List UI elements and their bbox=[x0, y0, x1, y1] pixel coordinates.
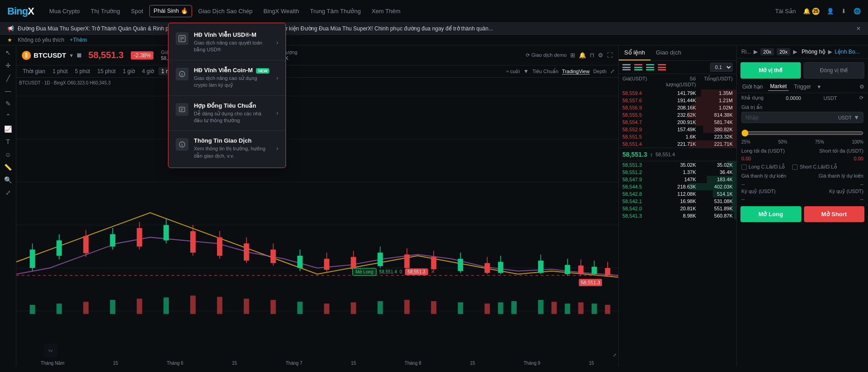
watchlist-add-button[interactable]: +Thêm bbox=[70, 37, 87, 43]
tp-settings-icon[interactable]: ⚙ bbox=[859, 84, 864, 90]
tp-refresh-icon[interactable]: ⟳ bbox=[859, 95, 863, 101]
nav-mua-crypto[interactable]: Mua Crypto bbox=[45, 5, 84, 17]
nav-trung-tam[interactable]: Trung Tâm Thưởng bbox=[306, 5, 365, 17]
ob-sell-row-4[interactable]: 58,554.7 200.91K 581.74K bbox=[619, 119, 736, 126]
ob-buy-row-6[interactable]: 58,542.0 20.81K 551.89K bbox=[619, 205, 736, 212]
ob-sell-row-5[interactable]: 58,552.9 157.49K 380.82K bbox=[619, 126, 736, 133]
tp-leverage2[interactable]: 20x bbox=[777, 48, 790, 55]
grid-icon[interactable]: ⊞ bbox=[570, 52, 575, 59]
close-order-btn[interactable]: ✕ bbox=[431, 269, 434, 274]
menu-item-tieu-chuan[interactable]: Hợp Đồng Tiêu Chuẩn Dễ dàng sử dụng cho … bbox=[168, 97, 286, 130]
fullscreen-icon[interactable]: ⛶ bbox=[607, 52, 613, 59]
ob-view-icon-2[interactable] bbox=[634, 64, 642, 70]
ob-sell-row-6[interactable]: 58,551.5 1.6K 223.32K bbox=[619, 133, 736, 140]
emoji-tool[interactable]: ☺ bbox=[5, 151, 11, 158]
cursor-tool[interactable]: ↖ bbox=[5, 49, 11, 56]
ob-sell-row-0[interactable]: 58,559.4 141.79K 1.35M bbox=[619, 89, 736, 97]
ob-decimal-select[interactable]: 0.1 bbox=[710, 63, 733, 72]
symbol-arrow[interactable]: ▼ bbox=[69, 53, 74, 58]
fibonacci-tool[interactable]: ⌃ bbox=[5, 113, 11, 120]
chart-indicator-btn[interactable]: ≈ cuối bbox=[506, 69, 520, 74]
chart-expand-btn[interactable]: ⤢ bbox=[613, 352, 616, 357]
indicator-tool[interactable]: 📈 bbox=[4, 125, 12, 133]
tp-unit-dropdown[interactable]: ▼ bbox=[853, 114, 859, 121]
tf-1m[interactable]: 1 phút bbox=[50, 67, 70, 75]
user-profile[interactable]: 👤 bbox=[827, 8, 834, 15]
btn-open-short[interactable]: Mở Short bbox=[804, 206, 865, 222]
chart-canvas[interactable]: BTCUSDT · 1D · BingX O60,323.0 H60,345.3… bbox=[16, 78, 618, 367]
ob-buy-row-3[interactable]: 58,544.5 218.63K 402.03K bbox=[619, 183, 736, 190]
nav-phai-sinh[interactable]: Phái Sinh 🔥 bbox=[149, 5, 192, 17]
btn-open-long[interactable]: Mở Long bbox=[740, 206, 801, 222]
symbol-name[interactable]: ₿ BTCUSDT ▼ ▦ bbox=[22, 51, 81, 60]
ob-buy-row-7[interactable]: 58,541.3 8.98K 560.87K bbox=[619, 212, 736, 219]
tf-5m[interactable]: 5 phút bbox=[72, 67, 93, 75]
ob-buy-row-2[interactable]: 58,547.9 147K 183.4K bbox=[619, 176, 736, 183]
ob-view-icon-3[interactable] bbox=[646, 64, 654, 70]
nav-wealth[interactable]: BingX Wealth bbox=[259, 5, 304, 17]
ob-sell-row-7[interactable]: 58,551.4 221.71K 221.71K bbox=[619, 140, 736, 148]
order-type-market[interactable]: Market bbox=[768, 82, 789, 91]
bell-header-icon[interactable]: 🔔 bbox=[579, 52, 586, 59]
ob-buy-row-0[interactable]: 58,551.3 35.02K 35.02K bbox=[619, 161, 736, 169]
nav-thi-truong[interactable]: Thị Trường bbox=[86, 5, 125, 17]
expand-tool[interactable]: ⤢ bbox=[5, 189, 11, 196]
nav-spot[interactable]: Spot bbox=[127, 5, 148, 17]
tf-15m[interactable]: 15 phút bbox=[94, 67, 118, 75]
announce-close-button[interactable]: ✕ bbox=[856, 25, 861, 32]
share-icon[interactable]: ⊓ bbox=[590, 52, 594, 59]
view-standard[interactable]: Tiêu Chuẩn bbox=[533, 69, 558, 74]
line-tool[interactable]: ╱ bbox=[6, 74, 10, 82]
nav-xem-them[interactable]: Xem Thêm bbox=[367, 5, 405, 17]
dong-vi-the-btn[interactable]: Đóng vị thế bbox=[804, 62, 865, 79]
ob-sell-row-1[interactable]: 58,557.6 191.44K 1.21M bbox=[619, 97, 736, 104]
tp-leverage1[interactable]: 20x bbox=[760, 48, 774, 55]
tp-short-checkbox[interactable] bbox=[792, 164, 798, 170]
tp-short-clai-dlo[interactable]: Short C.Lãi/D.Lỗ bbox=[792, 164, 837, 170]
order-type-gioi-han[interactable]: Giới hạn bbox=[740, 83, 764, 91]
ob-buy-row-5[interactable]: 58,542.1 16.98K 531.08K bbox=[619, 198, 736, 205]
menu-item-coin-m[interactable]: ₿ HĐ Vĩnh Viễn Coin-M NEW Giao dịch nâng… bbox=[168, 61, 286, 94]
ob-view-icon-4[interactable] bbox=[658, 64, 666, 70]
tp-gia-an-input[interactable] bbox=[745, 114, 838, 121]
tai-san-link[interactable]: Tài Sản bbox=[775, 8, 796, 15]
ob-view-icon-1[interactable] bbox=[622, 64, 631, 70]
ob-buy-row-4[interactable]: 58,542.8 112.08K 514.1K bbox=[619, 190, 736, 198]
tf-4h[interactable]: 4 giờ bbox=[139, 67, 157, 75]
tf-1h[interactable]: 1 giờ bbox=[120, 67, 138, 75]
tf-time[interactable]: Thời gian bbox=[20, 67, 48, 75]
view-tradingview[interactable]: TradingView bbox=[562, 69, 590, 74]
notification-bell[interactable]: 🔔 25 bbox=[803, 8, 819, 15]
download-icon[interactable]: ⬇ bbox=[841, 8, 846, 15]
draw-tool[interactable]: ✎ bbox=[5, 100, 11, 107]
globe-icon[interactable]: 🌐 bbox=[853, 8, 861, 15]
giao-dich-demo-btn[interactable]: ⟳ Giao dịch demo bbox=[526, 52, 567, 58]
menu-item-thong-tin[interactable]: Thông Tin Giao Dịch Xem thông tin thị tr… bbox=[168, 132, 286, 165]
zoom-tool[interactable]: 🔍 bbox=[4, 176, 12, 184]
horizontal-line-tool[interactable]: — bbox=[5, 87, 11, 94]
ob-sell-row-2[interactable]: 58,556.9 208.16K 1.02M bbox=[619, 104, 736, 111]
logo[interactable]: BingX bbox=[7, 5, 34, 17]
menu-item-usd-m[interactable]: HĐ Vĩnh Viễn USD®-M Giao dịch nâng cao q… bbox=[168, 26, 286, 59]
ob-tab-giao-dich[interactable]: Giao dịch bbox=[651, 45, 687, 60]
view-depth[interactable]: Depth bbox=[593, 69, 607, 74]
ob-sell-row-3[interactable]: 58,555.5 232.62K 814.38K bbox=[619, 111, 736, 119]
tp-long-clai-dlo[interactable]: Long C.Lãi/D.Lỗ bbox=[741, 164, 785, 170]
tp-long-checkbox[interactable] bbox=[741, 164, 747, 170]
tp-lenh-bo[interactable]: Lệnh Bo... bbox=[835, 49, 860, 55]
tp-position-mode[interactable]: Phòng hộ bbox=[802, 49, 825, 55]
ob-buy-row-1[interactable]: 58,551.2 1.37K 36.4K bbox=[619, 169, 736, 176]
crosshair-tool[interactable]: ✛ bbox=[5, 62, 11, 69]
tp-amount-slider[interactable] bbox=[741, 129, 863, 137]
trigger-arrow[interactable]: ▼ bbox=[817, 84, 822, 89]
measure-tool[interactable]: 📏 bbox=[4, 164, 12, 171]
mo-vi-the-btn[interactable]: Mở vị thế bbox=[740, 62, 801, 79]
view-toggle[interactable]: ▼ bbox=[523, 68, 529, 74]
tp-gia-an-input-box[interactable]: USDT ▼ bbox=[741, 112, 863, 123]
text-tool[interactable]: T bbox=[6, 138, 10, 145]
expand-chart-icon[interactable]: ⤢ bbox=[610, 68, 615, 74]
nav-giao-dich[interactable]: Giao Dịch Sao Chép bbox=[194, 5, 257, 17]
settings-icon[interactable]: ⚙ bbox=[598, 52, 603, 59]
order-type-trigger[interactable]: Trigger bbox=[792, 83, 813, 91]
ob-tab-so-lenh[interactable]: Sổ lệnh bbox=[619, 45, 651, 60]
